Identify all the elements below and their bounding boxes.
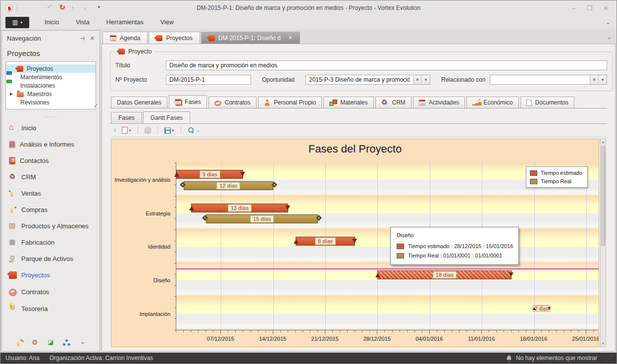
gantt-bar-investigaci-n-y-an-lisis-real[interactable]: 12 días [184, 181, 273, 190]
x-axis-minor-tick [593, 330, 594, 332]
sidebar-item-contratos[interactable]: Contratos [2, 283, 100, 301]
oportunidad-input[interactable] [306, 75, 413, 84]
tab-datos-generales[interactable]: Datos Generales [111, 97, 167, 108]
save-button[interactable] [21, 3, 30, 12]
sidebar-item-productos-y-almacenes[interactable]: Productos y Almacenes [2, 218, 100, 234]
purchases-icon [9, 206, 17, 213]
ribbon-tab-view[interactable]: View [152, 19, 182, 26]
sidebar-item-tesoreria[interactable]: Tesoreria [2, 301, 100, 317]
ribbon-tab-herramientas[interactable]: Herramientas [98, 19, 152, 26]
scroll-down-icon[interactable]: ▼ [601, 341, 606, 347]
sidebar-item-compras[interactable]: Compras [2, 202, 100, 218]
titulo-input[interactable] [166, 60, 607, 70]
expander-icon[interactable]: ▶ [10, 92, 13, 96]
more-chevron-icon[interactable] [79, 339, 86, 346]
relacionado-dropdown-icon[interactable]: ▾ [598, 75, 607, 84]
gantt-bar-estrategia-real[interactable]: 15 días [206, 214, 318, 223]
ribbon-collapse-chevron-icon[interactable]: ⌄ [606, 19, 611, 26]
minimize-button[interactable]: – [572, 4, 575, 12]
ribbon-tab-inicio[interactable]: Inicio [36, 19, 67, 26]
export-button[interactable]: ▾ [162, 125, 176, 136]
oportunidad-dropdown-icon[interactable]: ▾ [421, 75, 430, 84]
tab-documentos[interactable]: Documentos [520, 97, 574, 108]
tab-materiales[interactable]: Materiales [323, 97, 373, 108]
tab-fases[interactable]: Fases [169, 95, 207, 108]
refresh-button[interactable] [58, 3, 67, 12]
scroll-up-icon[interactable]: ▲ [601, 139, 606, 145]
relacionado-clear-icon[interactable]: ✕ [590, 75, 598, 84]
folder-icon [17, 92, 24, 97]
tab-crm[interactable]: CRM [375, 97, 411, 108]
sidebar-section-title: Proyectos [2, 44, 100, 61]
sidebar-item-fabricación[interactable]: Fabricación [2, 234, 100, 251]
new-document-icon [122, 127, 128, 134]
maximize-button[interactable]: ❐ [586, 4, 592, 12]
legend-swatch [530, 179, 537, 184]
new-document-button[interactable]: ▾ [120, 125, 133, 136]
gantt-bar-identidad-estimado[interactable]: 8 días [296, 237, 355, 246]
gantt-bar-dise-o-estimado[interactable]: 18 días [377, 270, 512, 279]
move-up-button[interactable] [70, 3, 79, 12]
num-proyecto-input[interactable] [166, 75, 251, 85]
sidebar-item-contactos[interactable]: Contactos [2, 153, 100, 169]
close-button[interactable]: ✕ [603, 4, 609, 12]
tab-económico[interactable]: Económico [466, 97, 518, 108]
close-sidebar-icon[interactable]: ✕ [90, 35, 95, 42]
x-axis-minor-tick [474, 330, 474, 332]
delete-button[interactable] [143, 125, 153, 136]
finance-icon[interactable] [15, 339, 23, 346]
oportunidad-clear-icon[interactable]: ✕ [413, 75, 421, 84]
sidebar-item-inicio[interactable]: Inicio [2, 120, 100, 136]
subtab-fases[interactable]: Fases [111, 112, 142, 123]
relacionado-input[interactable] [490, 75, 590, 84]
doc-tab-proyectos[interactable]: Proyectos [149, 32, 200, 44]
undo-button[interactable] [46, 3, 54, 12]
settings-gear-icon[interactable] [31, 339, 39, 346]
x-axis-minor-tick [437, 330, 437, 332]
subtab-gantt-fases[interactable]: Gantt Fases [143, 111, 190, 123]
relacionado-combo: ✕ ▾ [490, 75, 607, 85]
ribbon-tab-vista[interactable]: Vista [67, 19, 98, 26]
app-logo-button[interactable] [4, 3, 13, 12]
tree-item-revisiones[interactable]: Revisiones [6, 98, 96, 106]
sidebar-item-crm[interactable]: CRM [2, 169, 100, 185]
sidebar-splitter[interactable]: ...... [2, 109, 100, 120]
chart-vertical-scrollbar[interactable]: ▲ ▼ [600, 139, 606, 347]
tab-list-chevron-icon[interactable]: ⌄ [607, 34, 612, 41]
sidebar-item-análisis-e-informes[interactable]: Análisis e Informes [2, 136, 100, 153]
doc-tab-dm-2015-p-1-dise-o-d[interactable]: DM-2015-P-1: Diseño d✕ [201, 32, 300, 44]
x-axis-minor-tick [466, 330, 467, 332]
fases-page: FasesGantt Fases ‖▾▾⌄ Fases del Proyecto… [110, 108, 607, 348]
x-axis-minor-tick [317, 330, 318, 332]
tree-item-instalaciones[interactable]: Instalaciones [6, 81, 96, 90]
tab-contratos[interactable]: Contratos [208, 97, 257, 108]
network-icon[interactable] [63, 339, 70, 346]
sidebar-item-parque-de-activos[interactable]: Parque de Activos [2, 251, 100, 267]
gantt-bar-investigaci-n-y-an-lisis-estimado[interactable]: 9 días [176, 170, 243, 179]
reports-chart-icon[interactable] [47, 339, 54, 346]
application-menu-button[interactable]: ▥ ▾ [5, 17, 29, 28]
toolbar-grip[interactable]: ‖ [114, 127, 115, 133]
tab-actividades[interactable]: Actividades [413, 97, 465, 108]
status-organization: Organización Activa: Carrion Inventivas [50, 355, 153, 362]
sidebar-item-proyectos[interactable]: Proyectos [2, 267, 100, 283]
tab-personal-propio[interactable]: Personal Propio [258, 97, 322, 108]
resize-grip[interactable]: ⋰ [606, 355, 612, 362]
tree-item-mantenimientos[interactable]: Mantenimientos [6, 73, 96, 81]
doc-tab-agenda[interactable]: Agenda [103, 32, 148, 44]
gantt-bar-implantaci-n-estimado[interactable]: 2 días [534, 305, 549, 312]
toolbar-options-button[interactable] [95, 3, 104, 12]
x-axis-minor-tick [258, 330, 258, 332]
tree-item-label: Revisiones [20, 99, 50, 106]
zoom-preview-button[interactable]: ⌄ [186, 125, 202, 136]
save-close-button[interactable] [33, 3, 42, 12]
pin-icon[interactable]: ⊤ [78, 36, 85, 41]
gantt-bar-estrategia-estimado[interactable]: 13 días [191, 204, 288, 212]
x-axis-minor-tick [489, 330, 489, 332]
sidebar-item-ventas[interactable]: Ventas [2, 185, 100, 202]
close-tab-icon[interactable]: ✕ [288, 35, 293, 41]
move-down-button[interactable] [83, 3, 92, 12]
tree-item-proyectos[interactable]: Proyectos [6, 64, 96, 73]
tree-item-maestros[interactable]: ▶Maestros [6, 90, 96, 98]
scrollbar-thumb[interactable] [601, 146, 605, 246]
